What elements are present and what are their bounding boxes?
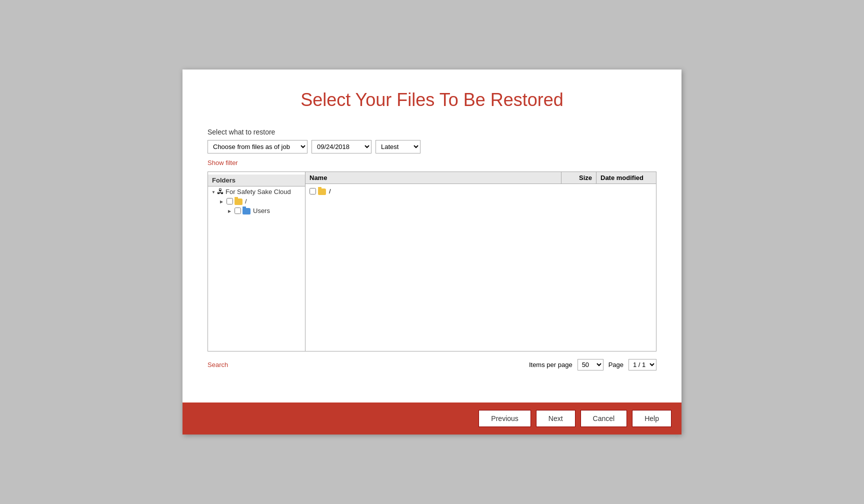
help-button[interactable]: Help	[632, 410, 672, 427]
version-select[interactable]: Latest	[376, 140, 420, 154]
files-body: /	[306, 184, 656, 198]
cancel-button[interactable]: Cancel	[580, 410, 628, 427]
content-area: Select Your Files To Be Restored Select …	[182, 70, 682, 402]
job-select[interactable]: Choose from files as of job	[208, 140, 308, 154]
users-label: Users	[253, 207, 270, 214]
file-name: /	[329, 188, 331, 195]
items-per-page-label: Items per page	[529, 361, 572, 368]
main-window: Select Your Files To Be Restored Select …	[182, 70, 682, 434]
col-date-header: Date modified	[596, 172, 656, 184]
slash-label: /	[245, 198, 247, 205]
toggle-users[interactable]	[226, 208, 233, 214]
col-size-header: Size	[561, 172, 596, 184]
users-folder-icon	[242, 207, 252, 214]
dropdowns-row: Choose from files as of job 09/24/2018 L…	[208, 140, 656, 154]
file-browser: Folders 🖧 For Safety Sake Cloud	[208, 172, 656, 352]
col-name-header: Name	[306, 172, 561, 184]
next-button[interactable]: Next	[536, 410, 576, 427]
tree-row-cloud[interactable]: 🖧 For Safety Sake Cloud	[208, 186, 305, 196]
files-header: Name Size Date modified	[306, 172, 656, 184]
items-per-page-select[interactable]: 10 25 50 100	[578, 359, 604, 370]
cloud-icon: 🖧	[217, 188, 224, 196]
show-filter-link[interactable]: Show filter	[208, 159, 238, 166]
select-label: Select what to restore	[208, 128, 656, 136]
tree-item-root-slash: / Users	[208, 196, 305, 216]
table-row: /	[306, 186, 656, 196]
folder-slash-icon	[234, 198, 244, 205]
tree-row-slash[interactable]: /	[216, 196, 305, 206]
search-link[interactable]: Search	[208, 361, 228, 368]
cloud-label: For Safety Sake Cloud	[226, 188, 291, 196]
footer: Previous Next Cancel Help	[182, 402, 682, 434]
pagination-area: Items per page 10 25 50 100 Page 1 / 1	[529, 359, 656, 370]
page-label: Page	[608, 361, 624, 368]
bottom-bar: Search Items per page 10 25 50 100 Page …	[208, 356, 656, 373]
toggle-cloud[interactable]	[210, 189, 217, 194]
checkbox-slash[interactable]	[226, 198, 233, 204]
page-select[interactable]: 1 / 1	[628, 359, 656, 370]
file-folder-icon	[318, 187, 327, 195]
files-pane: Name Size Date modified /	[306, 172, 656, 351]
toggle-slash[interactable]	[218, 198, 225, 204]
previous-button[interactable]: Previous	[478, 410, 530, 427]
folders-header: Folders	[208, 174, 305, 186]
folder-pane: Folders 🖧 For Safety Sake Cloud	[208, 172, 306, 351]
date-select[interactable]: 09/24/2018	[312, 140, 372, 154]
page-title: Select Your Files To Be Restored	[208, 90, 656, 110]
tree-item-root: 🖧 For Safety Sake Cloud /	[208, 186, 305, 216]
tree-item-users: Users	[216, 206, 305, 216]
tree-row-users[interactable]: Users	[224, 206, 305, 216]
file-checkbox[interactable]	[310, 188, 316, 194]
checkbox-users[interactable]	[234, 208, 241, 214]
